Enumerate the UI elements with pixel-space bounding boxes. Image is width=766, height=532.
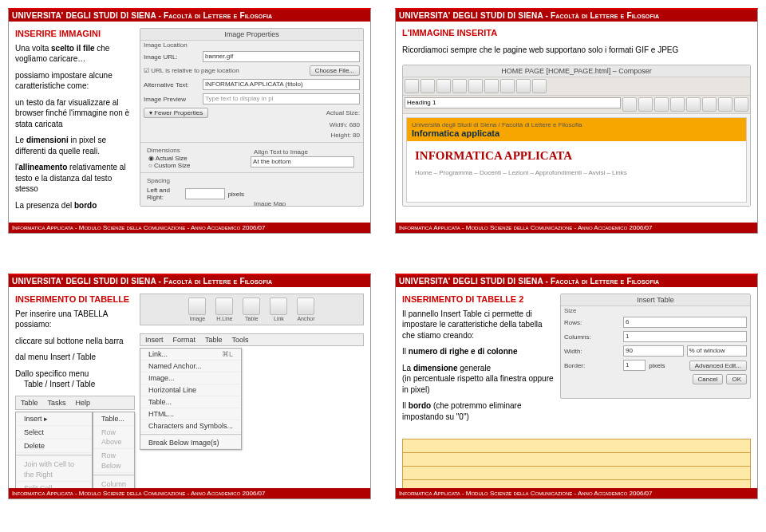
menu-item[interactable]: Named Anchor... <box>140 361 241 372</box>
format-button[interactable] <box>670 97 685 112</box>
custom-size-radio[interactable]: ○ Custom Size <box>144 162 247 169</box>
toolbar-button[interactable] <box>532 79 547 93</box>
toolbar-button[interactable] <box>468 79 483 93</box>
format-button[interactable] <box>718 97 732 112</box>
toolbar-button[interactable] <box>421 79 435 93</box>
t: pixels <box>228 191 244 198</box>
menu-item[interactable]: Characters and Symbols... <box>140 420 241 432</box>
dialog-title: Insert Table <box>561 294 750 306</box>
slide2-title: L'IMMAGINE INSERITA <box>402 28 751 37</box>
t: Custom Size <box>154 162 190 169</box>
slide-footer: Informatica Applicata - Modulo Scienze d… <box>9 223 370 233</box>
cancel-button[interactable]: Cancel <box>693 374 724 384</box>
t: dimensione <box>413 364 458 372</box>
alt-text-input[interactable]: INFORMATICA APPLICATA (titolo) <box>203 79 360 90</box>
menu-item: Row Below <box>93 449 134 472</box>
advanced-button[interactable]: Advanced Edit... <box>689 361 747 371</box>
width-unit-select[interactable]: % of window <box>687 345 748 357</box>
menu-table[interactable]: Table <box>200 334 227 345</box>
slide1-title: INSERIRE IMMAGINI <box>15 28 135 40</box>
remove-map-button[interactable]: Remove <box>251 207 286 207</box>
page-heading: INFORMATICA APPLICATA <box>415 149 738 163</box>
image-icon[interactable] <box>188 298 206 315</box>
menu-item[interactable]: HTML... <box>140 408 241 420</box>
composer-title: HOME PAGE [HOME_PAGE.html] – Composer <box>403 65 750 77</box>
menu-item[interactable]: Table... <box>140 396 241 408</box>
format-button[interactable] <box>702 97 717 112</box>
cols-input[interactable]: 1 <box>623 331 747 342</box>
menu-table[interactable]: Table <box>16 396 43 409</box>
format-button[interactable] <box>622 97 637 112</box>
composer-window: HOME PAGE [HOME_PAGE.html] – Composer <box>403 65 750 206</box>
format-button[interactable] <box>686 97 701 112</box>
menu-item[interactable]: Image... <box>140 372 241 384</box>
anchor-icon[interactable] <box>297 298 314 315</box>
menu-item: Row Above <box>93 426 134 449</box>
menu-item[interactable]: Table... <box>93 412 134 426</box>
menu-item[interactable]: Delete <box>16 439 92 453</box>
choose-file-button[interactable]: Choose File... <box>310 65 360 76</box>
image-url-input[interactable]: banner.gif <box>203 51 360 62</box>
format-button[interactable] <box>734 97 748 112</box>
menu-tools[interactable]: Tools <box>227 334 254 345</box>
t: generale <box>457 364 491 372</box>
menu-insert[interactable]: Insert <box>140 334 168 345</box>
relative-checkbox[interactable]: ☑ URL is relative to page location <box>144 67 239 74</box>
label: Rows: <box>564 319 620 326</box>
t: Dallo specifico menu <box>15 369 89 378</box>
spacing-lr[interactable] <box>185 188 225 199</box>
t: Il <box>402 347 409 356</box>
rows-input[interactable]: 6 <box>623 317 747 328</box>
toolbar-button[interactable] <box>436 79 451 93</box>
t: Left and Right: <box>147 187 182 201</box>
t: Ricordiamoci sempre che le pagine web su… <box>402 45 751 54</box>
link-icon[interactable] <box>270 298 287 315</box>
label: Spacing <box>144 176 247 185</box>
menu-item[interactable]: Select <box>16 426 92 439</box>
slide-inserimento-tabelle: UNIVERSITA' DEGLI STUDI DI SIENA - Facol… <box>8 274 371 499</box>
toolbar-button[interactable] <box>516 79 531 93</box>
menu-item[interactable]: Link...⌘L <box>140 349 241 361</box>
t: H.Line <box>215 316 233 321</box>
hline-icon[interactable] <box>215 298 233 315</box>
format-button[interactable] <box>654 97 669 112</box>
t: pixels <box>649 362 665 369</box>
spacing-tb[interactable] <box>185 206 225 207</box>
t: un testo da far visualizzare al browser … <box>15 97 135 130</box>
t: allineamento <box>18 163 67 171</box>
toolbar-button[interactable] <box>484 79 499 93</box>
fewer-properties-button[interactable]: ▾ Fewer Properties <box>144 108 208 118</box>
toolbar-button[interactable] <box>500 79 515 93</box>
t: Height: 80 <box>331 132 360 139</box>
slide-inserire-immagini: UNIVERSITA' DEGLI STUDI DI SIENA - Facol… <box>8 8 371 234</box>
toolbar-button[interactable] <box>452 79 467 93</box>
actual-size-radio[interactable]: ◉ Actual Size <box>144 155 247 162</box>
t: Table <box>243 316 260 321</box>
label: Width: <box>564 348 620 355</box>
slide-header: UNIVERSITA' DEGLI STUDI DI SIENA - Facol… <box>396 10 757 22</box>
border-input[interactable]: 1 <box>623 360 646 371</box>
menu-item[interactable]: Horizontal Line <box>140 384 241 396</box>
menu-tasks[interactable]: Tasks <box>43 396 71 409</box>
slide-footer: Informatica Applicata - Modulo Scienze d… <box>396 488 757 499</box>
label: Alternative Text: <box>144 81 199 89</box>
menu-item[interactable]: Break Below Image(s) <box>140 437 241 449</box>
table-menu: Table Tasks Help Insert ▸ Select Delete … <box>15 396 135 499</box>
label: Image Location <box>140 41 363 49</box>
align-select[interactable]: At the bottom <box>251 156 354 167</box>
t: cliccare sul bottone nella barra <box>15 336 135 347</box>
table-icon[interactable] <box>243 298 260 315</box>
toolbar-button[interactable] <box>405 79 419 93</box>
t: bordo <box>74 201 97 210</box>
ok-button[interactable]: OK <box>726 374 747 384</box>
menu-help[interactable]: Help <box>71 396 96 409</box>
menu-item-insert[interactable]: Insert ▸ <box>16 412 92 426</box>
format-button[interactable] <box>638 97 653 112</box>
heading-select[interactable]: Heading 1 <box>405 97 621 108</box>
width-input[interactable]: 90 <box>623 345 684 357</box>
label: Dimensions <box>144 146 247 155</box>
slide-header: UNIVERSITA' DEGLI STUDI DI SIENA - Facol… <box>396 275 757 287</box>
t: (in percentuale rispetto alla finestra o… <box>402 374 554 394</box>
t: Image <box>188 316 206 321</box>
menu-format[interactable]: Format <box>168 334 201 345</box>
